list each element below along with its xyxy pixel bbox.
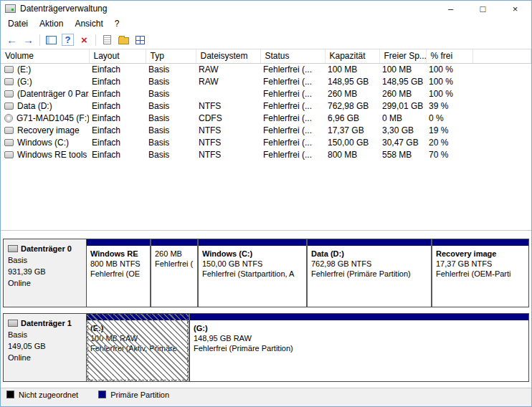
disk-icon — [8, 320, 18, 327]
partition-body: Recovery image 17,37 GB NTFS Fehlerfrei … — [432, 246, 528, 307]
volume-row-data-d[interactable]: Data (D:) Einfach Basis NTFS Fehlerfrei … — [1, 100, 531, 112]
menu-ansicht[interactable]: Ansicht — [69, 17, 108, 30]
view-grid-icon[interactable] — [132, 32, 148, 47]
cell-filler — [472, 137, 531, 149]
legend-item-primary-partition: Primäre Partition — [98, 391, 169, 399]
cell-freier-sp: 30,47 GB — [379, 137, 426, 149]
graphical-view: Datenträger 0 Basis 931,39 GB Online Win… — [1, 233, 531, 406]
partition-color-band — [87, 239, 150, 246]
maximize-button[interactable]: □ — [467, 1, 499, 16]
cell-filler — [472, 112, 531, 125]
cell-status: Fehlerfrei (... — [260, 137, 325, 149]
menu-hilfe[interactable]: ? — [109, 17, 125, 30]
volume-row-windows-c[interactable]: Windows (C:) Einfach Basis NTFS Fehlerfr… — [1, 137, 531, 149]
cell-filler — [472, 100, 531, 112]
partition-name: Windows RE — [90, 249, 146, 259]
menu-datei[interactable]: Datei — [2, 17, 34, 30]
disk-row-1: Datenträger 1 Basis 149,05 GB Online (E:… — [3, 313, 529, 382]
volume-row-g[interactable]: (G:) Einfach Basis RAW Fehlerfrei (... 1… — [1, 76, 531, 88]
forward-icon[interactable]: → — [20, 32, 37, 47]
legend: Nicht zugeordnet Primäre Partition — [1, 388, 531, 401]
partition-body: 260 MB Fehlerfrei ( — [151, 246, 197, 307]
cell-prozent-frei: 20 % — [426, 137, 472, 149]
cell-layout: Einfach — [89, 149, 146, 161]
partition-name: (G:) — [194, 323, 525, 333]
partition-status: Fehlerfrei (Primäre Partition) — [311, 269, 427, 279]
column-header-layout[interactable]: Layout — [89, 49, 146, 64]
cell-filler — [472, 64, 531, 76]
partition-system-260mb[interactable]: 260 MB Fehlerfrei ( — [151, 239, 197, 307]
cell-prozent-frei: 100 % — [426, 76, 472, 88]
disk-icon — [8, 245, 18, 252]
volume-row-disk0-partition[interactable]: (Datenträger 0 Par... Einfach Basis Fehl… — [1, 88, 531, 100]
partition-info: 800 MB NTFS — [90, 259, 146, 269]
column-header-dateisystem[interactable]: Dateisystem — [196, 49, 260, 64]
cd-icon — [4, 114, 13, 123]
open-folder-icon[interactable] — [115, 32, 132, 47]
drive-icon — [4, 127, 14, 134]
partition-status: Fehlerfrei (OE — [90, 269, 146, 279]
cell-typ: Basis — [146, 88, 196, 100]
cell-prozent-frei: 100 % — [426, 88, 472, 100]
partition-color-band — [190, 314, 528, 320]
cell-layout: Einfach — [89, 112, 146, 125]
legend-item-unallocated: Nicht zugeordnet — [6, 391, 78, 399]
cell-status: Fehlerfrei (... — [260, 100, 325, 112]
console-tree-icon[interactable] — [43, 32, 60, 47]
column-header-volume[interactable]: Volume — [1, 49, 89, 64]
partition-windows-re[interactable]: Windows RE 800 MB NTFS Fehlerfrei (OE — [87, 239, 150, 307]
volume-row-recovery[interactable]: Recovery image Einfach Basis NTFS Fehler… — [1, 125, 531, 137]
cell-status: Fehlerfrei (... — [260, 88, 325, 100]
close-button[interactable]: × — [499, 1, 531, 16]
cell-filler — [472, 76, 531, 88]
cell-dateisystem: NTFS — [196, 149, 260, 161]
column-header-prozent-frei[interactable]: % frei — [426, 49, 472, 64]
table-header-row: Volume Layout Typ Dateisystem Status Kap… — [1, 49, 531, 64]
back-icon[interactable]: ← — [4, 32, 20, 47]
volume-row-f[interactable]: G71-MAD1045 (F:) Einfach Basis CDFS Fehl… — [1, 112, 531, 125]
cell-status: Fehlerfrei (... — [260, 149, 325, 161]
partition-info: 148,95 GB RAW — [194, 333, 525, 343]
cell-status: Fehlerfrei (... — [260, 76, 325, 88]
cell-prozent-frei: 100 % — [426, 64, 472, 76]
column-header-filler — [472, 49, 531, 64]
column-header-typ[interactable]: Typ — [146, 49, 196, 64]
primary-partition-swatch — [98, 391, 106, 398]
cell-status: Fehlerfrei (... — [260, 125, 325, 137]
partition-color-band — [87, 314, 189, 320]
disk-info-0[interactable]: Datenträger 0 Basis 931,39 GB Online — [4, 239, 87, 307]
delete-volume-icon[interactable]: × — [76, 32, 92, 47]
cell-kapazitaet: 100 MB — [325, 64, 379, 76]
volume-row-e[interactable]: (E:) Einfach Basis RAW Fehlerfrei (... 1… — [1, 64, 531, 76]
partition-recovery-image[interactable]: Recovery image 17,37 GB NTFS Fehlerfrei … — [432, 239, 528, 307]
bottom-filler — [1, 401, 531, 406]
volume-row-windows-re[interactable]: Windows RE tools Einfach Basis NTFS Fehl… — [1, 149, 531, 161]
cell-typ: Basis — [146, 76, 196, 88]
column-header-kapazitaet[interactable]: Kapazität — [325, 49, 379, 64]
partition-e-selected[interactable]: (E:) 100 MB RAW Fehlerfrei (Aktiv, Primä… — [87, 314, 189, 381]
partition-g[interactable]: (G:) 148,95 GB RAW Fehlerfrei (Primäre P… — [190, 314, 528, 381]
partition-name: Windows (C:) — [202, 249, 303, 259]
cell-layout: Einfach — [89, 88, 146, 100]
window-panes-icon — [46, 36, 57, 44]
legend-label: Nicht zugeordnet — [19, 391, 78, 399]
help-icon[interactable]: ? — [60, 32, 76, 47]
cell-filler — [472, 88, 531, 100]
properties-icon[interactable] — [99, 32, 115, 47]
drive-icon — [4, 151, 14, 158]
cell-kapazitaet: 150,00 GB — [325, 137, 379, 149]
cell-volume: (G:) — [1, 76, 89, 88]
cell-volume: (E:) — [1, 64, 89, 76]
titlebar[interactable]: Datenträgerverwaltung – □ × — [1, 1, 531, 16]
disk-info-1[interactable]: Datenträger 1 Basis 149,05 GB Online — [4, 314, 87, 381]
cell-freier-sp: 100 MB — [379, 64, 426, 76]
partitions-disk-1: (E:) 100 MB RAW Fehlerfrei (Aktiv, Primä… — [87, 314, 528, 381]
menu-aktion[interactable]: Aktion — [34, 17, 69, 30]
column-header-status[interactable]: Status — [260, 49, 325, 64]
minimize-button[interactable]: – — [434, 1, 467, 16]
partition-data-d[interactable]: Data (D:) 762,98 GB NTFS Fehlerfrei (Pri… — [308, 239, 431, 307]
cell-dateisystem: NTFS — [196, 137, 260, 149]
disk-name: Datenträger 0 — [21, 243, 72, 254]
column-header-freier-sp[interactable]: Freier Sp... — [379, 49, 426, 64]
partition-windows-c[interactable]: Windows (C:) 150,00 GB NTFS Fehlerfrei (… — [199, 239, 306, 307]
